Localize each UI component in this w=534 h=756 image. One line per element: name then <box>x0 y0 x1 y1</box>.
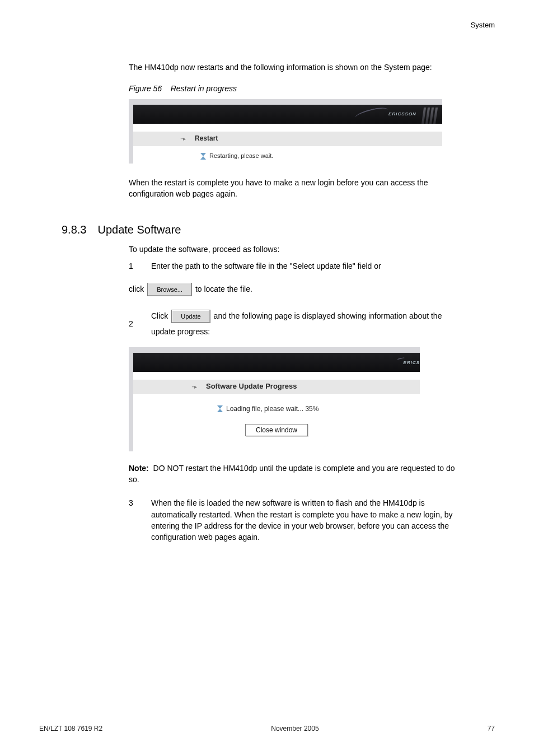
status-row: Restarting, please wait. <box>133 146 442 164</box>
step-num: 2 <box>129 316 151 332</box>
step-text: Enter the path to the software file in t… <box>151 260 381 272</box>
banner: ERICSSON <box>133 105 442 124</box>
step-num: 1 <box>129 260 151 272</box>
button-row: Close window <box>133 417 420 441</box>
step-text: When the file is loaded the new software… <box>151 497 456 543</box>
step-num: 3 <box>129 497 151 543</box>
intro-text: The HM410dp now restarts and the followi… <box>129 62 456 73</box>
arrow-icon: ···▸ <box>180 134 185 143</box>
footer-center: November 2005 <box>271 724 318 734</box>
section-title: Update Software <box>97 222 181 238</box>
figure-title: Restart in progress <box>171 84 237 93</box>
update-button[interactable]: Update <box>171 310 210 323</box>
header-section-label: System <box>471 20 495 31</box>
step-3: 3 When the file is loaded the new softwa… <box>129 497 456 543</box>
t: click <box>129 284 146 293</box>
t2: to locate the file. <box>195 284 252 293</box>
update-progress-screenshot: ERICS ···▸ Software Update Progress Load… <box>129 347 420 451</box>
step-2: 2 Click Update and the following page is… <box>129 308 456 339</box>
banner: ERICS <box>133 353 420 372</box>
page: System The HM410dp now restarts and the … <box>0 0 534 756</box>
hourglass-icon <box>200 153 206 160</box>
close-window-button[interactable]: Close window <box>245 424 308 436</box>
step-text: Click Update and the following page is d… <box>151 308 456 339</box>
pre: Click <box>151 311 170 320</box>
update-intro: To update the software, proceed as follo… <box>129 244 456 255</box>
status-text: Restarting, please wait. <box>209 152 273 161</box>
logo-text: ERICSSON <box>388 111 416 118</box>
figure-1: ERICSSON ···▸ Restart Restarting, please… <box>129 99 495 164</box>
figure-2: ERICS ···▸ Software Update Progress Load… <box>129 347 495 451</box>
section-number: 9.8.3 <box>62 222 86 238</box>
status-row: Loading file, please wait... 35% <box>133 394 420 417</box>
ericsson-logo: ERICS <box>397 355 420 371</box>
browse-button[interactable]: Browse... <box>147 283 192 296</box>
note-text: DO NOT restart the HM410dp until the upd… <box>129 464 455 484</box>
footer: EN/LZT 108 7619 R2 November 2005 77 <box>39 724 495 734</box>
panel-title: Restart <box>195 134 218 143</box>
step-1: 1 Enter the path to the software file in… <box>129 260 456 272</box>
ericsson-logo: ERICSSON <box>332 106 439 122</box>
after-restart-text: When the restart is complete you have to… <box>129 177 456 200</box>
title-bar: ···▸ Restart <box>133 132 442 146</box>
note: Note: DO NOT restart the HM410dp until t… <box>129 463 456 486</box>
status-text: Loading file, please wait... 35% <box>226 404 318 414</box>
step-1b: click Browse... to locate the file. <box>129 281 456 297</box>
figure-caption-1: Figure 56 Restart in progress <box>129 83 495 94</box>
section-heading: 9.8.3 Update Software <box>62 222 495 238</box>
footer-right: 77 <box>488 724 495 734</box>
title-bar: ···▸ Software Update Progress <box>133 380 420 394</box>
hourglass-icon <box>217 405 223 412</box>
arrow-icon: ···▸ <box>191 383 196 391</box>
panel-title: Software Update Progress <box>206 381 297 392</box>
note-label: Note: <box>129 464 149 473</box>
figure-number: Figure 56 <box>129 84 162 93</box>
footer-left: EN/LZT 108 7619 R2 <box>39 724 102 734</box>
restart-screenshot: ERICSSON ···▸ Restart Restarting, please… <box>129 99 442 164</box>
